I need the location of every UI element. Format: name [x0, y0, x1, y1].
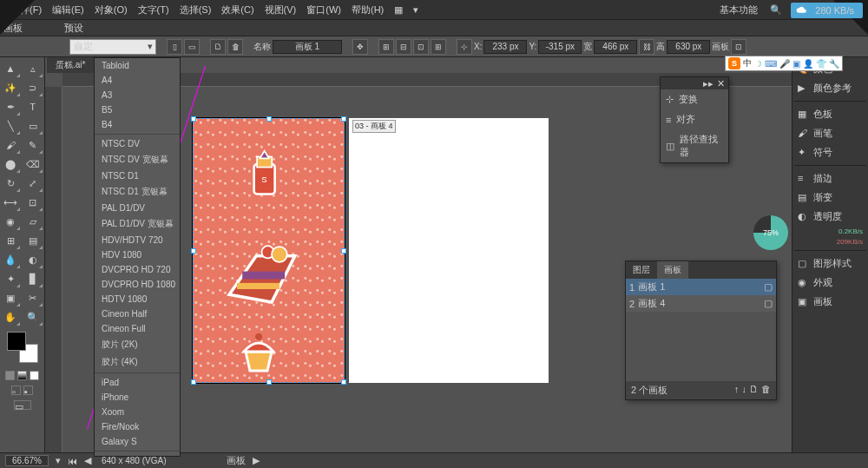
zoom-dropdown-icon[interactable]: ▾	[56, 455, 61, 466]
preset-option[interactable]: iPhone	[95, 390, 180, 405]
nav-next-icon[interactable]: ▶	[253, 455, 260, 466]
graph-tool[interactable]: ▊	[23, 269, 43, 288]
orient-portrait-button[interactable]: ▯	[167, 39, 182, 55]
scale-tool[interactable]: ⤢	[23, 174, 43, 193]
none-mode-icon[interactable]	[30, 371, 39, 380]
pencil-tool[interactable]: ✎	[23, 135, 43, 155]
menu-window[interactable]: 窗口(W)	[303, 2, 345, 18]
trash-icon[interactable]: 🗑	[761, 384, 771, 394]
artboard-tool[interactable]: ▣	[0, 288, 21, 307]
panel-graphic-styles[interactable]: ▢图形样式	[794, 255, 866, 272]
preset-option[interactable]: B4	[95, 117, 180, 132]
grid-2-icon[interactable]: ⊟	[396, 39, 411, 55]
menu-effect[interactable]: 效果(C)	[218, 2, 257, 18]
grid-1-icon[interactable]: ⊞	[378, 39, 394, 55]
preset-option[interactable]: HDV/HDTV 720	[95, 233, 180, 247]
screen-mode-full-icon[interactable]: ▪	[23, 386, 33, 395]
screen-mode-switch[interactable]: ▭	[14, 400, 31, 410]
preset-option[interactable]: iPad	[95, 375, 180, 390]
preset-option[interactable]: B5	[95, 102, 180, 117]
ime-moon-icon[interactable]: ☽	[754, 59, 762, 69]
menu-help[interactable]: 帮助(H)	[348, 2, 387, 18]
panel-gradient[interactable]: ▤渐变	[794, 189, 866, 206]
preset-option[interactable]: NTSC DV	[95, 136, 180, 151]
preset-option[interactable]: NTSC D1	[95, 168, 180, 183]
ime-person-icon[interactable]: 👤	[803, 59, 813, 69]
symbol-sprayer-tool[interactable]: ✦	[0, 269, 21, 288]
move-icon[interactable]: ✥	[352, 39, 368, 55]
menu-type[interactable]: 文字(T)	[135, 2, 173, 18]
transform-row[interactable]: ⊹变换	[661, 89, 728, 109]
artboards-panel[interactable]: 图层 画板 1画板 1▢ 2画板 4▢ 2 个画板↑ ↓ 🗋 🗑	[625, 260, 777, 400]
color-mode-icon[interactable]	[5, 371, 15, 380]
preset-option[interactable]: 胶片 (2K)	[95, 336, 180, 353]
preset-option[interactable]: Galaxy S	[95, 434, 180, 449]
ime-toolbar[interactable]: S 中 ☽ ⌨ 🎤 ▣ 👤 👕 🔧	[725, 56, 843, 71]
ime-keyboard-icon[interactable]: ⌨	[765, 59, 777, 69]
preset-option[interactable]: 640 x 480 (VGA)	[95, 453, 180, 468]
dropdown-icon[interactable]: ▾	[410, 3, 422, 17]
w-input[interactable]	[594, 40, 637, 54]
new-icon[interactable]: 🗋	[749, 384, 759, 394]
panel-appearance[interactable]: ◉外观	[794, 274, 866, 291]
eraser-tool[interactable]: ⌫	[23, 155, 43, 174]
ref-point-icon[interactable]: ⊹	[457, 39, 472, 55]
artboard-name-input[interactable]	[273, 40, 342, 54]
direct-selection-tool[interactable]: ▵	[23, 59, 43, 78]
menu-edit[interactable]: 编辑(E)	[49, 2, 88, 18]
grid-4-icon[interactable]: ⊞	[431, 39, 446, 55]
paintbrush-tool[interactable]: 🖌	[0, 135, 21, 155]
line-tool[interactable]: ╲	[0, 116, 21, 135]
layout-icon[interactable]: ▦	[391, 3, 406, 17]
move-down-icon[interactable]: ↓	[741, 384, 746, 394]
panel-brushes[interactable]: 🖌画笔	[794, 125, 866, 142]
workspace-switcher[interactable]: 基本功能	[716, 2, 761, 18]
x-input[interactable]	[483, 40, 527, 54]
menu-view[interactable]: 视图(V)	[261, 2, 300, 18]
preset-option[interactable]: A3	[95, 88, 180, 102]
gradient-tool[interactable]: ▤	[23, 231, 43, 250]
panel-artboards[interactable]: ▣画板	[794, 293, 866, 310]
transform-panel[interactable]: ▸▸✕ ⊹变换 ≡对齐 ◫路径查找器	[660, 76, 729, 163]
screen-mode-normal-icon[interactable]: ▫	[11, 386, 21, 395]
pen-tool[interactable]: ✒	[0, 97, 21, 116]
preset-option[interactable]: A4	[95, 73, 180, 88]
preset-option[interactable]: Xoom	[95, 405, 180, 419]
ime-settings-icon[interactable]: 🔧	[829, 59, 839, 69]
gradient-mode-icon[interactable]	[17, 371, 27, 380]
preset-dropdown-menu[interactable]: TabloidA4A3B5B4NTSC DVNTSC DV 宽银幕NTSC D1…	[94, 57, 181, 457]
free-transform-tool[interactable]: ⊡	[23, 193, 43, 212]
hand-tool[interactable]: ✋	[0, 307, 21, 326]
tab-artboards[interactable]: 画板	[657, 261, 688, 279]
preset-option[interactable]: NTSC D1 宽银幕	[95, 183, 180, 201]
magic-wand-tool[interactable]: ✨	[0, 78, 21, 97]
nav-prev-icon[interactable]: ◀	[84, 455, 91, 466]
nav-first-icon[interactable]: ⏮	[68, 456, 77, 466]
zoom-input[interactable]	[5, 455, 49, 466]
preset-option[interactable]: HDV 1080	[95, 247, 180, 262]
preset-option[interactable]: PAL D1/DV	[95, 201, 180, 215]
artboards-options-icon[interactable]: ⊡	[731, 39, 746, 55]
panel-close-icon[interactable]: ✕	[717, 78, 725, 89]
grid-3-icon[interactable]: ⊡	[413, 39, 429, 55]
search-icon[interactable]: 🔍	[766, 3, 786, 17]
type-tool[interactable]: T	[23, 97, 43, 116]
preset-dropdown[interactable]: 自定	[69, 39, 156, 55]
align-row[interactable]: ≡对齐	[661, 109, 728, 129]
blob-brush-tool[interactable]: ⬤	[0, 155, 21, 174]
mesh-tool[interactable]: ⊞	[0, 231, 21, 250]
preset-option[interactable]: Tabloid	[95, 58, 180, 73]
h-input[interactable]	[667, 40, 710, 54]
preset-option[interactable]: HDTV 1080	[95, 292, 180, 307]
ime-lang[interactable]: 中	[743, 57, 752, 69]
selection-tool[interactable]: ▲	[0, 59, 21, 78]
preset-option[interactable]: Fire/Nook	[95, 419, 180, 434]
ime-skin-icon[interactable]: 👕	[816, 59, 826, 69]
shape-builder-tool[interactable]: ◉	[0, 212, 21, 231]
rotate-tool[interactable]: ↻	[0, 174, 21, 193]
panel-stroke[interactable]: ≡描边	[794, 170, 866, 187]
lasso-tool[interactable]: ⊃	[23, 78, 43, 97]
link-wh-icon[interactable]: ⛓	[639, 39, 654, 55]
slice-tool[interactable]: ✂	[23, 288, 43, 307]
y-input[interactable]	[538, 40, 582, 54]
